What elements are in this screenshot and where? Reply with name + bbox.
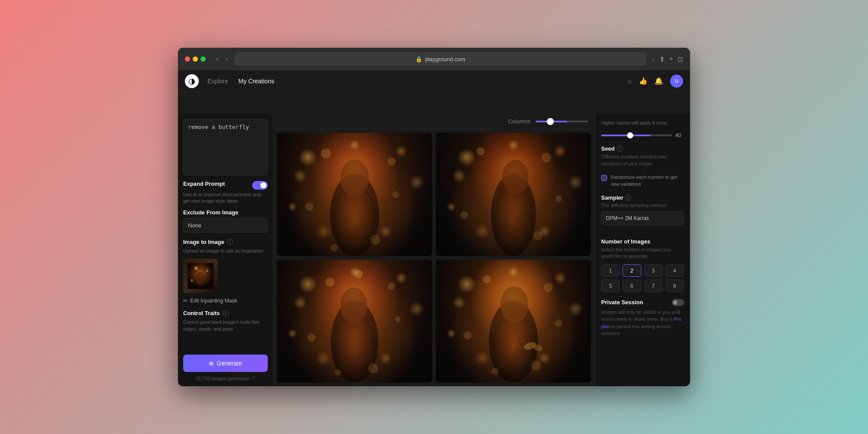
svg-point-35 [531, 361, 541, 371]
image-cell-2[interactable] [436, 133, 591, 256]
svg-point-28 [355, 270, 363, 278]
sampler-dropdown[interactable]: DPM++ 2M Karras Euler a Euler DDIM [601, 211, 684, 225]
num-btn-2[interactable]: 2 [622, 264, 641, 277]
control-traits-info[interactable]: i [223, 310, 229, 316]
prompt-input[interactable] [183, 119, 268, 175]
avatar[interactable]: U [670, 75, 683, 88]
image-to-image-label: Image to Image i [183, 239, 268, 245]
sidebar-bottom: ⊕ Generate 15 / 50 images generated ⬡ [183, 355, 268, 381]
close-traffic-light[interactable] [185, 56, 190, 62]
sampler-section: Sampler i The diffusion sampling method.… [601, 194, 684, 231]
tabs-icon[interactable]: ⊡ [677, 55, 683, 63]
share-icon[interactable]: ⬆ [659, 55, 665, 63]
num-btn-1[interactable]: 1 [601, 264, 620, 277]
svg-point-14 [502, 160, 529, 194]
forward-button[interactable]: › [224, 53, 229, 65]
num-btn-6[interactable]: 6 [622, 279, 641, 292]
back-button[interactable]: ‹ [214, 53, 220, 65]
search-icon[interactable]: ⌕ [628, 77, 632, 85]
image-cell-4[interactable] [436, 260, 591, 383]
generate-button[interactable]: ⊕ Generate [183, 355, 268, 372]
private-desc: Images will only be visible to you until… [601, 309, 684, 337]
minimize-traffic-light[interactable] [193, 56, 198, 62]
traffic-lights [185, 56, 206, 62]
private-toggle[interactable] [672, 299, 684, 306]
svg-point-21 [340, 287, 367, 323]
nav-explore[interactable]: Explore [207, 78, 228, 85]
address-bar[interactable]: 🔒 playground.com [235, 52, 646, 66]
svg-point-25 [307, 333, 316, 342]
svg-point-8 [388, 158, 396, 166]
svg-point-15 [477, 147, 485, 155]
right-panel: Higher values will apply it more. 40 See… [595, 114, 690, 386]
lock-icon: 🔒 [415, 56, 422, 62]
columns-slider-container [536, 121, 588, 122]
svg-point-26 [368, 364, 378, 374]
num-images-desc: Select the number of images you would li… [601, 247, 684, 260]
seed-info-icon[interactable]: i [616, 146, 622, 152]
app-logo: ◑ [185, 74, 199, 88]
main-slider[interactable] [601, 135, 672, 136]
generate-plus-icon: ⊕ [209, 360, 214, 367]
images-grid [273, 129, 595, 386]
image-to-image-desc: Upload an image to use as inspiration. [183, 248, 268, 254]
mask-icon: ✏ [183, 298, 187, 304]
image-cell-1[interactable] [277, 133, 432, 256]
url-text: playground.com [425, 56, 465, 62]
svg-point-36 [491, 368, 499, 375]
svg-point-30 [500, 286, 528, 323]
download-icon[interactable]: ↓ [651, 55, 655, 63]
svg-point-7 [321, 148, 331, 158]
svg-point-34 [464, 332, 472, 340]
app-body: Expand Prompt Use AI to improve short pr… [178, 92, 690, 386]
num-images-section: Number of Images Select the number of im… [601, 238, 684, 292]
svg-point-33 [555, 319, 562, 327]
num-btn-7[interactable]: 7 [644, 279, 663, 292]
expand-prompt-toggle[interactable] [252, 181, 268, 190]
randomize-row: Randomize each number to get new variati… [601, 174, 684, 187]
svg-point-4 [191, 279, 193, 282]
nav-my-creations[interactable]: My Creations [238, 78, 274, 85]
sampler-desc: The diffusion sampling method. [601, 203, 684, 208]
like-icon[interactable]: 👍 [639, 77, 648, 85]
num-btn-3[interactable]: 3 [644, 264, 663, 277]
num-images-grid-row2: 5 6 7 8 [601, 279, 684, 292]
svg-point-12 [330, 244, 338, 252]
svg-point-1 [196, 272, 205, 285]
svg-point-3 [206, 270, 208, 272]
private-title: Private Session [601, 299, 643, 306]
exclude-dropdown[interactable]: None [183, 218, 268, 233]
expand-prompt-desc: Use AI to improve short prompts and get … [183, 191, 268, 205]
columns-label: Columns [508, 118, 530, 125]
seed-desc: Different numbers result in new variatio… [601, 154, 684, 167]
control-traits-label: Control Traits i [183, 310, 268, 316]
app-header: ◑ Explore My Creations ⌕ 👍 🔔 U [178, 70, 690, 92]
randomize-checkbox[interactable] [601, 175, 607, 181]
svg-point-27 [335, 369, 342, 376]
sampler-info-icon[interactable]: i [625, 194, 631, 201]
bell-icon[interactable]: 🔔 [654, 77, 663, 85]
svg-point-2 [194, 266, 198, 270]
private-section: Private Session Images will only be visi… [601, 299, 684, 337]
header-actions: ⌕ 👍 🔔 U [628, 75, 683, 88]
fullscreen-traffic-light[interactable] [201, 56, 206, 62]
svg-point-9 [392, 191, 399, 197]
image-cell-3[interactable] [277, 260, 432, 383]
image-to-image-info[interactable]: i [227, 239, 233, 245]
images-count: 15 / 50 images generated ⬡ [183, 375, 268, 381]
svg-point-18 [460, 211, 468, 219]
new-tab-icon[interactable]: + [669, 55, 673, 63]
seed-title: Seed i [601, 145, 684, 152]
slider-value: 40 [675, 132, 684, 138]
columns-slider[interactable] [536, 121, 588, 122]
num-btn-4[interactable]: 4 [665, 264, 684, 277]
main-content: Columns [273, 114, 595, 386]
edit-inpainting-mask-btn[interactable]: ✏ Edit Inpainting Mask [183, 298, 268, 304]
seed-section: Seed i Different numbers result in new v… [601, 145, 684, 167]
randomize-text: Randomize each number to get new variati… [611, 174, 684, 187]
sampler-title: Sampler i [601, 194, 684, 201]
left-sidebar: Expand Prompt Use AI to improve short pr… [178, 114, 273, 386]
num-btn-8[interactable]: 8 [665, 279, 684, 292]
preview-image [183, 259, 218, 293]
num-btn-5[interactable]: 5 [601, 279, 620, 292]
